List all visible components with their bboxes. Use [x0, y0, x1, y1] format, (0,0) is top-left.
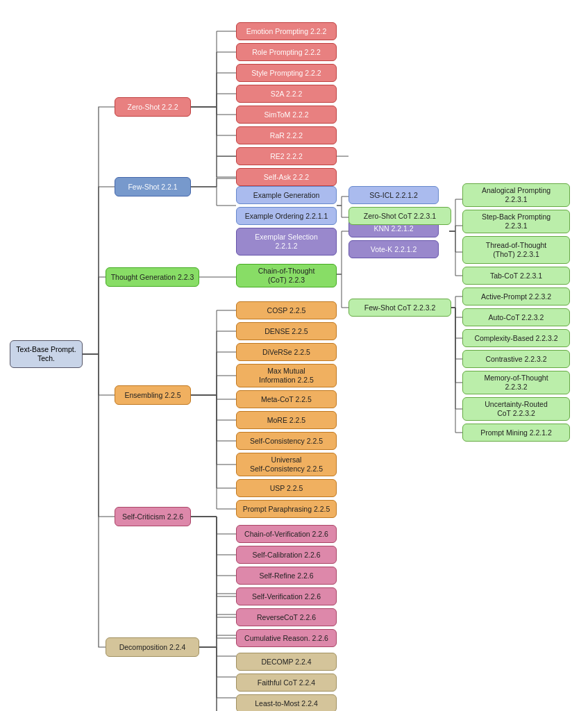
selfrefine-label: Self-Refine 2.2.6 — [259, 571, 313, 580]
tabcot-node: Tab-CoT 2.2.3.1 — [462, 267, 570, 285]
activeprompt-node: Active-Prompt 2.2.3.2 — [462, 287, 570, 306]
selfcrit-node: Self-Criticism 2.2.6 — [115, 507, 191, 526]
analogical-label: Analogical Prompting2.2.3.1 — [482, 186, 551, 203]
role-label: Role Prompting 2.2.2 — [252, 48, 321, 57]
faithfulcot-node: Faithful CoT 2.2.4 — [236, 674, 337, 692]
dense-label: DENSE 2.2.5 — [264, 327, 308, 336]
ensembling-label: Ensembling 2.2.5 — [124, 391, 180, 400]
reversecot-label: ReverseCoT 2.2.6 — [257, 613, 316, 622]
uncertaintyrouted-label: Uncertainty-RoutedCoT 2.2.3.2 — [485, 400, 547, 417]
re2-label: RE2 2.2.2 — [270, 152, 303, 161]
fewshot-label: Few-Shot 2.2.1 — [128, 183, 177, 192]
cot-node: Chain-of-Thought(CoT) 2.2.3 — [236, 264, 337, 287]
exemplar-node: Exemplar Selection2.2.1.2 — [236, 228, 337, 256]
selfask-node: Self-Ask 2.2.2 — [236, 168, 337, 186]
votek-node: Vote-K 2.2.1.2 — [348, 240, 439, 258]
cumulreason-node: Cumulative Reason. 2.2.6 — [236, 629, 337, 647]
knn-label: KNN 2.2.1.2 — [373, 224, 413, 233]
cot-label: Chain-of-Thought(CoT) 2.2.3 — [258, 267, 315, 284]
more-label: MoRE 2.2.5 — [267, 416, 305, 425]
maxmutual-node: Max MutualInformation 2.2.5 — [236, 364, 337, 387]
simtom-node: SimToM 2.2.2 — [236, 106, 337, 124]
ensembling-node: Ensembling 2.2.5 — [115, 385, 191, 405]
stepback-label: Step-Back Prompting2.2.3.1 — [482, 212, 551, 230]
chainverif-label: Chain-of-Verification 2.2.6 — [244, 530, 328, 539]
rar-label: RaR 2.2.2 — [270, 131, 303, 140]
emotion-node: Emotion Prompting 2.2.2 — [236, 22, 337, 40]
leastmost-label: Least-to-Most 2.2.4 — [255, 699, 317, 708]
exampord-node: Example Ordering 2.2.1.1 — [236, 207, 337, 225]
thotthought-label: Thread-of-Thought(ThoT) 2.2.3.1 — [486, 241, 547, 258]
thotthought-node: Thread-of-Thought(ThoT) 2.2.3.1 — [462, 236, 570, 264]
metacot-node: Meta-CoT 2.2.5 — [236, 390, 337, 408]
promptpara-label: Prompt Paraphrasing 2.2.5 — [243, 505, 330, 514]
analogical-node: Analogical Prompting2.2.3.1 — [462, 183, 570, 207]
votek-label: Vote-K 2.2.1.2 — [371, 245, 417, 254]
decompn-node2: DECOMP 2.2.4 — [236, 653, 337, 671]
exampgen-node: Example Generation — [236, 186, 337, 204]
stepback-node: Step-Back Prompting2.2.3.1 — [462, 210, 570, 233]
more-node: MoRE 2.2.5 — [236, 411, 337, 429]
s2a-label: S2A 2.2.2 — [271, 90, 303, 99]
fewshot-node: Few-Shot 2.2.1 — [115, 177, 191, 196]
selfask-label: Self-Ask 2.2.2 — [264, 173, 309, 182]
complexity-label: Complexity-Based 2.2.3.2 — [474, 334, 557, 343]
zeroshotcot-label: Zero-Shot CoT 2.2.3.1 — [364, 212, 436, 221]
fewshotcot-label: Few-Shot CoT 2.2.3.2 — [364, 303, 436, 312]
root-label: Text-Base Prompt. Tech. — [15, 345, 78, 362]
exampgen-label: Example Generation — [253, 191, 320, 200]
selfcrit-label: Self-Criticism 2.2.6 — [122, 512, 183, 521]
s2a-node: S2A 2.2.2 — [236, 85, 337, 103]
zeroshotcot-node: Zero-Shot CoT 2.2.3.1 — [348, 207, 451, 225]
rar-node: RaR 2.2.2 — [236, 126, 337, 144]
simtom-label: SimToM 2.2.2 — [264, 110, 308, 119]
promptpara-node: Prompt Paraphrasing 2.2.5 — [236, 500, 337, 518]
decomp-label: Decomposition 2.2.4 — [119, 643, 186, 652]
exemplar-label: Exemplar Selection2.2.1.2 — [255, 233, 317, 250]
role-node: Role Prompting 2.2.2 — [236, 43, 337, 61]
thoughtgen-node: Thought Generation 2.2.3 — [106, 267, 199, 287]
maxmutual-label: Max MutualInformation 2.2.5 — [259, 367, 314, 384]
usp-node: USP 2.2.5 — [236, 479, 337, 497]
metacot-label: Meta-CoT 2.2.5 — [261, 395, 312, 404]
diagram-container: Text-Base Prompt. Tech. Zero-Shot 2.2.2 … — [0, 0, 588, 711]
emotion-label: Emotion Prompting 2.2.2 — [246, 27, 327, 36]
universalsc-label: UniversalSelf-Consistency 2.2.5 — [250, 455, 323, 473]
complexity-node: Complexity-Based 2.2.3.2 — [462, 329, 570, 347]
selfverif-node: Self-Verification 2.2.6 — [236, 587, 337, 605]
contrastive-node: Contrastive 2.2.3.2 — [462, 350, 570, 368]
sgicl-node: SG-ICL 2.2.1.2 — [348, 186, 439, 204]
style-label: Style Prompting 2.2.2 — [251, 69, 321, 78]
chainverif-node: Chain-of-Verification 2.2.6 — [236, 525, 337, 543]
selfconsistency-label: Self-Consistency 2.2.5 — [250, 437, 323, 446]
activeprompt-label: Active-Prompt 2.2.3.2 — [481, 292, 551, 301]
contrastive-label: Contrastive 2.2.3.2 — [485, 355, 546, 364]
usp-label: USP 2.2.5 — [270, 484, 303, 493]
uncertaintyrouted-node: Uncertainty-RoutedCoT 2.2.3.2 — [462, 397, 570, 421]
cosp-label: COSP 2.2.5 — [267, 306, 306, 315]
selfverif-label: Self-Verification 2.2.6 — [252, 592, 321, 601]
diverse-label: DiVeRSe 2.2.5 — [262, 348, 310, 357]
memofthought-node: Memory-of-Thought2.2.3.2 — [462, 371, 570, 394]
faithfulcot-label: Faithful CoT 2.2.4 — [258, 678, 315, 687]
zeroshot-node: Zero-Shot 2.2.2 — [115, 97, 191, 117]
cumulreason-label: Cumulative Reason. 2.2.6 — [244, 634, 328, 643]
sgicl-label: SG-ICL 2.2.1.2 — [369, 191, 418, 200]
leastmost-node: Least-to-Most 2.2.4 — [236, 694, 337, 711]
thoughtgen-label: Thought Generation 2.2.3 — [111, 273, 194, 282]
style-node: Style Prompting 2.2.2 — [236, 64, 337, 82]
promptmining-label: Prompt Mining 2.2.1.2 — [480, 428, 552, 437]
root-node: Text-Base Prompt. Tech. — [10, 340, 83, 368]
tabcot-label: Tab-CoT 2.2.3.1 — [490, 271, 542, 281]
universalsc-node: UniversalSelf-Consistency 2.2.5 — [236, 453, 337, 476]
decomp-node: Decomposition 2.2.4 — [106, 637, 199, 657]
cosp-node: COSP 2.2.5 — [236, 301, 337, 319]
selfcalib-label: Self-Calibration 2.2.6 — [252, 551, 320, 560]
diverse-node: DiVeRSe 2.2.5 — [236, 343, 337, 361]
re2-node: RE2 2.2.2 — [236, 147, 337, 165]
selfconsistency-node: Self-Consistency 2.2.5 — [236, 432, 337, 450]
fewshotcot-node: Few-Shot CoT 2.2.3.2 — [348, 299, 451, 317]
autocot-node: Auto-CoT 2.2.3.2 — [462, 308, 570, 326]
reversecot-node: ReverseCoT 2.2.6 — [236, 608, 337, 626]
promptmining-node: Prompt Mining 2.2.1.2 — [462, 424, 570, 442]
